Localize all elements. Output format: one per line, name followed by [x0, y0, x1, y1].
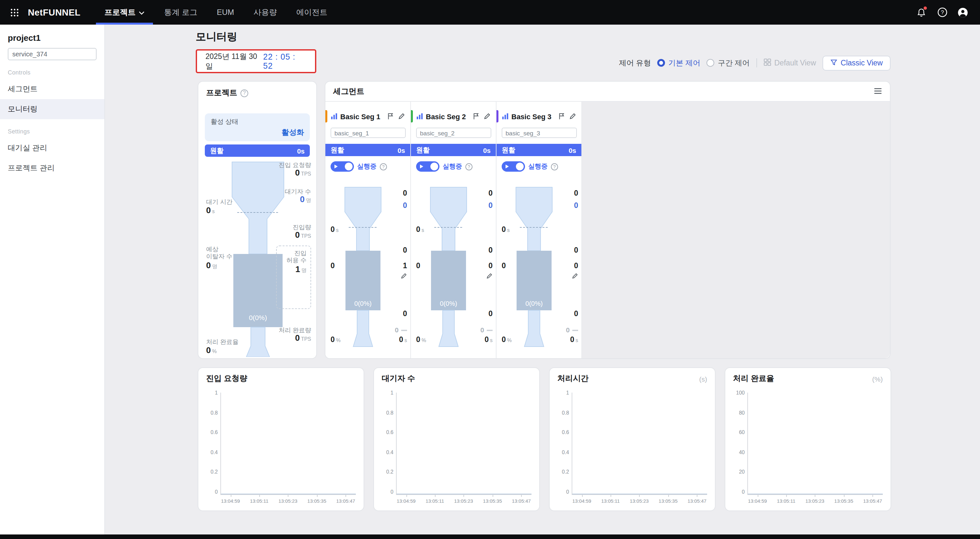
radio-basic-control[interactable]: 기본 제어 — [657, 58, 700, 68]
segment-status-bar: 원활 0s — [496, 144, 581, 156]
nav-menu: 프로젝트 통계 로그 EUM 사용량 에이전트 — [95, 0, 337, 25]
help-icon[interactable]: ? — [465, 163, 473, 170]
sidebar: project1 service_374 Controls 세그먼트 모니터링 … — [0, 25, 105, 534]
segment-color-tag — [411, 110, 413, 122]
svg-text:?: ? — [940, 10, 943, 16]
edit-icon[interactable] — [484, 111, 491, 122]
y-axis-labels: 10.80.60.40.20 — [198, 390, 218, 495]
help-icon[interactable]: ? — [937, 7, 948, 18]
main-content: 모니터링 2025년 11월 30일 22 : 05 : 52 제어 유형 기본… — [105, 25, 980, 534]
nav-item-agent[interactable]: 에이전트 — [286, 0, 337, 25]
segment-status-bar: 원활 0s — [411, 144, 496, 156]
charts-row: 진입 요청량 10.80.60.40.20 13:04:5913:05:1113… — [198, 367, 891, 511]
play-icon — [420, 165, 423, 169]
segment-panel: 세그먼트 Basic Seg 1 — [325, 81, 891, 359]
segment-key-input[interactable] — [331, 128, 406, 138]
radio-dot-basic[interactable] — [657, 59, 665, 67]
series-line — [221, 494, 356, 494]
segment-name: Basic Seg 1 — [340, 113, 380, 121]
bar-chart-icon — [331, 111, 338, 122]
x-axis-labels: 13:04:5913:05:1113:05:2313:05:3513:05:47 — [220, 498, 356, 504]
help-icon[interactable]: ? — [240, 89, 248, 97]
current-date: 2025년 11월 30일 — [205, 51, 263, 71]
funnel-filter-icon — [830, 59, 837, 67]
segment-key-input[interactable] — [416, 128, 491, 138]
project-card-title: 프로젝트 — [206, 87, 237, 99]
account-avatar-icon[interactable] — [957, 7, 968, 18]
sidebar-item-project-mgmt[interactable]: 프로젝트 관리 — [0, 158, 104, 178]
series-line — [397, 494, 531, 494]
segment-run-toggle[interactable] — [416, 161, 439, 172]
segment-card-3: Basic Seg 3 원활 0s 실행중 ? — [496, 102, 582, 358]
notification-bell-icon[interactable] — [916, 7, 927, 18]
segment-status-bar: 원활 0s — [325, 144, 410, 156]
x-axis-labels: 13:04:5913:05:1113:05:2313:05:3513:05:47 — [747, 498, 883, 504]
play-icon — [506, 165, 509, 169]
running-label: 실행중 — [443, 162, 462, 171]
nav-right-icons: ? — [916, 7, 980, 18]
y-axis-labels: 10.80.60.40.20 — [374, 390, 393, 495]
status-label: 활성 상태 — [211, 117, 304, 126]
notification-dot — [924, 6, 927, 10]
edit-allow-icon[interactable] — [401, 273, 407, 280]
edit-icon[interactable] — [398, 111, 405, 122]
plot-area — [396, 393, 531, 495]
sidebar-item-waiting-room[interactable]: 대기실 관리 — [0, 138, 104, 158]
segment-panel-title: 세그먼트 — [333, 86, 364, 97]
default-view-button[interactable]: Default View — [763, 58, 816, 67]
edit-allow-icon[interactable] — [572, 273, 578, 280]
nav-item-project[interactable]: 프로젝트 — [95, 0, 154, 25]
segment-card-2: Basic Seg 2 원활 0s 실행중 ? — [411, 102, 496, 358]
edit-icon[interactable] — [569, 111, 576, 122]
apps-grid-icon[interactable] — [9, 7, 20, 18]
segment-name: Basic Seg 2 — [426, 113, 466, 121]
segment-run-toggle[interactable] — [502, 161, 525, 172]
segment-funnel: 0 0 0s 0 0 0 0(0%) 0 0 0% 0s — [411, 186, 496, 356]
section-label-settings: Settings — [0, 119, 104, 138]
chart-waiting-count: 대기자 수 10.80.60.40.20 13:04:5913:05:1113:… — [373, 367, 540, 511]
brand-logo: NetFUNNEL — [28, 7, 80, 17]
current-time: 22 : 05 : 52 — [263, 52, 307, 70]
project-name: project1 — [0, 25, 104, 48]
status-value: 활성화 — [282, 128, 304, 137]
project-card: 프로젝트 ? 활성 상태 활성화 원활 0s 진입 요청량 0TPS — [198, 81, 317, 359]
chart-completion-rate: 처리 완료율 (%) 100806040200 13:04:5913:05:11… — [725, 367, 891, 511]
control-type-label: 제어 유형 — [619, 58, 651, 68]
segment-panel-header: 세그먼트 — [325, 82, 890, 102]
nav-item-stats-log[interactable]: 통계 로그 — [154, 0, 207, 25]
funnel-center-value: 0(0%) — [423, 300, 474, 307]
segment-color-tag — [496, 110, 498, 122]
help-icon[interactable]: ? — [380, 163, 387, 170]
flag-icon[interactable] — [473, 111, 480, 122]
segment-name: Basic Seg 3 — [511, 113, 552, 121]
active-status-box: 활성 상태 활성화 — [205, 113, 310, 141]
chart-unit: (s) — [699, 375, 708, 383]
netfunnel-app: NetFUNNEL 프로젝트 통계 로그 EUM 사용량 에이전트 ? — [0, 0, 980, 539]
chart-inflow-request: 진입 요청량 10.80.60.40.20 13:04:5913:05:1113… — [198, 367, 364, 511]
segment-run-toggle[interactable] — [331, 161, 354, 172]
project-funnel: 진입 요청량 0TPS 대기자 수 0명 대기 시간 0s 진입량 0TPS 예… — [205, 159, 311, 357]
flag-icon[interactable] — [558, 111, 565, 122]
edit-allow-icon[interactable] — [486, 273, 493, 280]
radio-range-control[interactable]: 구간 제어 — [707, 58, 749, 68]
sidebar-item-monitoring[interactable]: 모니터링 — [0, 99, 104, 119]
nav-item-eum[interactable]: EUM — [207, 0, 244, 25]
grid-view-icon — [763, 58, 771, 67]
nav-item-usage[interactable]: 사용량 — [244, 0, 286, 25]
service-select[interactable]: service_374 — [8, 48, 97, 60]
radio-dot-range[interactable] — [707, 59, 714, 67]
classic-view-button[interactable]: Classic View — [822, 56, 891, 70]
funnel-center-value: 0(0%) — [337, 300, 389, 307]
flag-icon[interactable] — [387, 111, 394, 122]
running-label: 실행중 — [357, 162, 377, 171]
top-navbar: NetFUNNEL 프로젝트 통계 로그 EUM 사용량 에이전트 ? — [0, 0, 980, 25]
play-icon — [334, 165, 338, 169]
hamburger-menu-icon[interactable] — [874, 86, 882, 97]
help-icon[interactable]: ? — [551, 163, 558, 170]
running-label: 실행중 — [528, 162, 548, 171]
x-axis-labels: 13:04:5913:05:1113:05:2313:05:3513:05:47 — [572, 498, 707, 504]
segment-funnel: 0 0 0s 0 0 1 0(0%) 0 0 0% 0s — [325, 186, 411, 356]
segment-key-input[interactable] — [502, 128, 577, 138]
plot-area — [572, 393, 707, 495]
sidebar-item-segment[interactable]: 세그먼트 — [0, 79, 104, 99]
